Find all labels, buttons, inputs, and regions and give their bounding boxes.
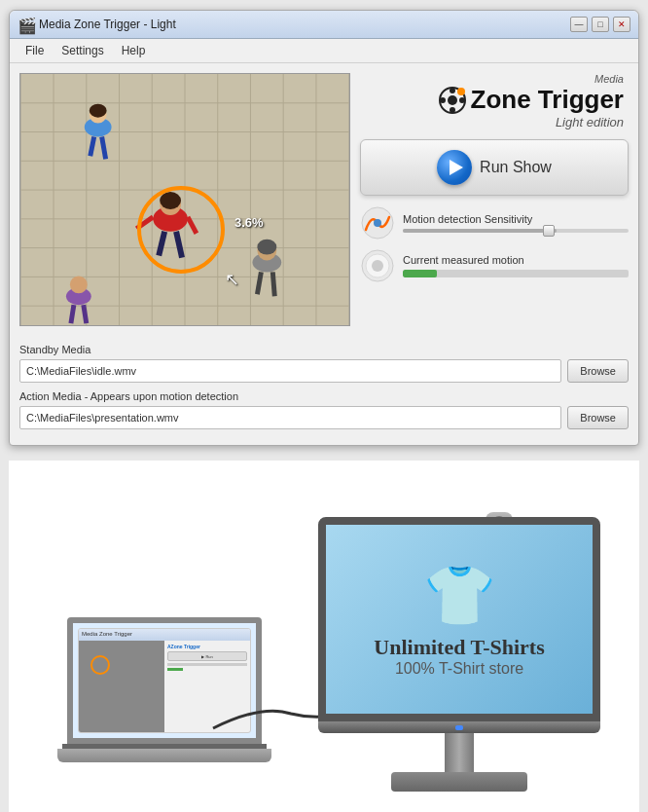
application-window: 🎬 Media Zone Trigger - Light — □ ✕ File … xyxy=(9,10,639,446)
svg-point-45 xyxy=(457,88,465,95)
minimize-button[interactable]: — xyxy=(570,17,588,32)
svg-point-20 xyxy=(90,104,107,118)
tv-monitor: 👕 Unlimited T-Shirts 100% T-Shirt store xyxy=(308,517,610,792)
app-icon: 🎬 xyxy=(18,17,33,32)
main-content: 3.6% ↖ Media xyxy=(10,63,638,336)
logo-edition-text: Light edition xyxy=(556,115,624,129)
monitor-screen: 👕 Unlimited T-Shirts 100% T-Shirt store xyxy=(318,517,600,721)
play-circle-icon xyxy=(437,150,472,185)
sensitivity-slider-track xyxy=(403,229,629,233)
logo-zone-text: Zone Trigger xyxy=(471,85,624,115)
sensitivity-info: Motion detection Sensitivity xyxy=(403,213,629,233)
standby-media-input[interactable] xyxy=(19,359,561,383)
svg-point-50 xyxy=(372,260,383,272)
svg-point-43 xyxy=(440,97,446,103)
sensitivity-row: Motion detection Sensitivity xyxy=(360,205,629,240)
motion-percentage: 3.6% xyxy=(234,215,264,230)
sensitivity-icon xyxy=(360,205,395,240)
laptop-base xyxy=(57,749,271,762)
standby-media-row: Browse xyxy=(19,359,629,383)
action-media-browse[interactable]: Browse xyxy=(567,406,629,429)
current-motion-icon xyxy=(360,248,395,283)
svg-point-42 xyxy=(450,107,455,113)
sensitivity-slider-thumb[interactable] xyxy=(543,225,555,237)
film-reel-icon xyxy=(438,86,467,115)
current-motion-bar xyxy=(403,270,629,277)
right-panel: Media Zone Trigger Light ed xyxy=(360,73,629,326)
window-title: Media Zone Trigger - Light xyxy=(39,18,176,31)
sensitivity-slider-fill xyxy=(403,229,557,233)
tshirt-icon: 👕 xyxy=(374,561,544,630)
menu-settings[interactable]: Settings xyxy=(54,42,111,59)
restore-button[interactable]: □ xyxy=(592,17,609,32)
svg-point-36 xyxy=(70,276,88,293)
svg-line-34 xyxy=(272,272,274,296)
logo-media-label: Media xyxy=(594,73,624,85)
logo-main: Zone Trigger xyxy=(438,85,624,115)
logo-area: Media Zone Trigger Light ed xyxy=(360,73,629,129)
title-bar-left: 🎬 Media Zone Trigger - Light xyxy=(18,17,176,32)
menu-file[interactable]: File xyxy=(18,42,52,59)
illustration-area: Media Zone Trigger AZone Trigger ▶ Run xyxy=(9,461,639,812)
mini-detection-circle xyxy=(90,655,110,675)
action-media-group: Action Media - Appears upon motion detec… xyxy=(19,390,629,429)
camera-feed-area: 3.6% ↖ xyxy=(19,73,350,326)
run-show-button[interactable]: Run Show xyxy=(360,139,629,196)
action-media-input[interactable] xyxy=(19,406,561,429)
svg-line-38 xyxy=(84,305,87,323)
monitor-content: 👕 Unlimited T-Shirts 100% T-Shirt store xyxy=(364,551,554,687)
standby-media-label: Standby Media xyxy=(19,344,629,355)
mini-run-btn: ▶ Run xyxy=(167,651,247,661)
mini-titlebar: Media Zone Trigger xyxy=(79,629,250,641)
mini-logo: AZone Trigger xyxy=(167,644,247,649)
menu-bar: File Settings Help xyxy=(10,39,638,63)
action-media-row: Browse xyxy=(19,406,629,429)
mini-camera xyxy=(79,641,164,732)
standby-media-group: Standby Media Browse xyxy=(19,344,629,383)
svg-point-47 xyxy=(374,219,381,227)
monitor-text-main: Unlimited T-Shirts xyxy=(374,635,544,660)
monitor-stand-neck xyxy=(445,733,474,772)
monitor-bottom-bar xyxy=(318,721,600,733)
close-button[interactable]: ✕ xyxy=(613,17,630,32)
detection-circle xyxy=(137,186,225,274)
current-motion-label: Current measured motion xyxy=(403,254,629,266)
monitor-power-indicator xyxy=(455,725,463,730)
svg-point-44 xyxy=(459,97,465,103)
play-triangle-icon xyxy=(450,160,463,175)
monitor-text-sub: 100% T-Shirt store xyxy=(374,660,544,678)
monitor-stand-base xyxy=(391,772,527,792)
svg-line-37 xyxy=(71,305,74,323)
action-media-label: Action Media - Appears upon motion detec… xyxy=(19,390,629,402)
current-motion-row: Current measured motion xyxy=(360,248,629,283)
title-bar-controls: — □ ✕ xyxy=(570,17,630,32)
cursor-icon: ↖ xyxy=(225,269,239,290)
title-bar: 🎬 Media Zone Trigger - Light — □ ✕ xyxy=(10,11,638,39)
current-motion-fill xyxy=(403,270,437,277)
standby-media-browse[interactable]: Browse xyxy=(567,359,629,383)
menu-help[interactable]: Help xyxy=(114,42,154,59)
file-section: Standby Media Browse Action Media - Appe… xyxy=(10,336,638,445)
svg-point-41 xyxy=(450,88,455,93)
svg-point-32 xyxy=(257,240,276,255)
sensitivity-label: Motion detection Sensitivity xyxy=(403,213,629,225)
svg-point-40 xyxy=(448,95,457,105)
sensor-section: Motion detection Sensitivity xyxy=(360,205,629,283)
current-motion-info: Current measured motion xyxy=(403,254,629,277)
run-show-label: Run Show xyxy=(480,159,552,176)
